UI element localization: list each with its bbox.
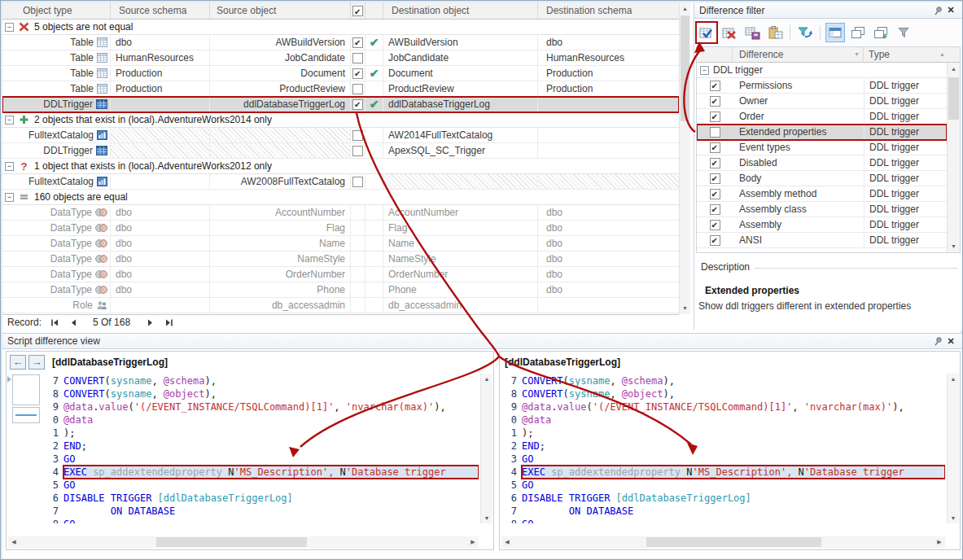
filter-checkbox[interactable] bbox=[710, 173, 720, 184]
sync-checkbox[interactable] bbox=[352, 53, 363, 63]
object-row[interactable]: TableProductionProductReviewProductRevie… bbox=[2, 81, 679, 97]
scroll-up-icon[interactable]: ▲ bbox=[948, 63, 960, 74]
collapse-toggle-icon[interactable]: − bbox=[5, 193, 14, 202]
destination-horizontal-scrollbar[interactable]: ◀ ▶ bbox=[501, 536, 945, 548]
filter-checkbox[interactable] bbox=[710, 158, 720, 168]
sync-checkbox[interactable] bbox=[352, 99, 363, 110]
filter-row[interactable]: Assembly methodDDL trigger bbox=[697, 186, 947, 202]
scroll-thumb[interactable] bbox=[646, 537, 821, 547]
sync-checkbox[interactable] bbox=[352, 84, 363, 94]
object-row[interactable]: DataTypedboFlagFlagdbo bbox=[2, 221, 679, 236]
paste-preset-icon[interactable] bbox=[765, 23, 785, 42]
scroll-thumb[interactable] bbox=[948, 77, 959, 120]
save-preset-icon[interactable] bbox=[742, 23, 762, 42]
pin-icon[interactable] bbox=[931, 5, 944, 16]
panel-layout-icon[interactable] bbox=[825, 23, 845, 42]
scroll-left-icon[interactable]: ◀ bbox=[501, 536, 513, 548]
next-difference-button[interactable]: → bbox=[28, 355, 45, 370]
filter-checkbox[interactable] bbox=[710, 189, 720, 199]
filter-checkbox[interactable] bbox=[710, 235, 720, 246]
sync-checkbox[interactable] bbox=[352, 177, 363, 187]
object-row[interactable]: DataTypedboOrderNumberOrderNumberdbo bbox=[2, 267, 679, 282]
filter-checkbox[interactable] bbox=[710, 112, 720, 122]
scroll-down-icon[interactable]: ▼ bbox=[948, 513, 959, 523]
sync-checkbox[interactable] bbox=[352, 146, 363, 156]
filter-checkbox[interactable] bbox=[710, 96, 720, 107]
object-row[interactable]: FulltextCatalogAW2008FullTextCatalog bbox=[2, 174, 679, 190]
filter-row[interactable]: Assembly classDDL trigger bbox=[697, 202, 947, 217]
filter-checkbox[interactable] bbox=[710, 81, 720, 91]
check-all-icon[interactable] bbox=[697, 23, 716, 42]
scroll-up-icon[interactable]: ▲ bbox=[948, 374, 959, 384]
reset-filter-icon[interactable] bbox=[795, 23, 815, 42]
column-header-source-object[interactable]: Source object bbox=[210, 2, 351, 19]
filter-row[interactable]: OrderDDL trigger bbox=[697, 109, 947, 125]
prev-record-button[interactable] bbox=[68, 318, 79, 327]
column-header-source-schema[interactable]: Source schema bbox=[111, 2, 210, 19]
scroll-right-icon[interactable]: ▶ bbox=[934, 536, 945, 548]
difference-filter-scrollbar[interactable]: ▲ ▼ bbox=[947, 63, 960, 252]
group-row[interactable]: −2 objects that exist in (local).Adventu… bbox=[2, 112, 679, 128]
object-row[interactable]: FulltextCatalogAW2014FullTextCatalog bbox=[2, 128, 679, 143]
filter-row[interactable]: AssemblyDDL trigger bbox=[697, 217, 947, 233]
group-row[interactable]: −5 objects are not equal bbox=[2, 20, 679, 35]
filter-row[interactable]: PermissionsDDL trigger bbox=[697, 78, 947, 94]
filter-checkbox[interactable] bbox=[710, 127, 720, 138]
scroll-up-icon[interactable]: ▲ bbox=[481, 374, 492, 384]
collapse-toggle-icon[interactable]: − bbox=[700, 66, 709, 75]
scroll-thumb[interactable] bbox=[681, 15, 689, 121]
group-row[interactable]: −160 objects are equal bbox=[2, 190, 679, 205]
column-header-object-type[interactable]: Object type bbox=[2, 2, 111, 19]
collapse-toggle-icon[interactable]: − bbox=[5, 23, 14, 32]
filter-checkbox[interactable] bbox=[710, 220, 720, 230]
filter-checkbox[interactable] bbox=[710, 204, 720, 215]
collapse-toggle-icon[interactable]: − bbox=[5, 116, 14, 125]
object-row[interactable]: TabledboAWBuildVersion✔AWBuildVersiondbo bbox=[2, 35, 679, 50]
next-record-button[interactable] bbox=[144, 318, 155, 327]
uncheck-all-icon[interactable] bbox=[720, 23, 739, 42]
filter-checkbox-column-header[interactable] bbox=[697, 47, 733, 62]
object-grid-scrollbar[interactable]: ▲ ▼ bbox=[679, 2, 690, 314]
source-vertical-scrollbar[interactable]: ▲ ▼ bbox=[480, 374, 492, 523]
source-horizontal-scrollbar[interactable]: ◀ ▶ bbox=[8, 536, 479, 548]
scroll-left-icon[interactable]: ◀ bbox=[8, 536, 20, 548]
object-row[interactable]: DataTypedboAccountNumberAccountNumberdbo bbox=[2, 205, 679, 221]
destination-vertical-scrollbar[interactable]: ▲ ▼ bbox=[947, 374, 959, 523]
sync-checkbox[interactable] bbox=[352, 130, 363, 141]
column-header-difference[interactable]: Difference▼ bbox=[733, 47, 864, 62]
object-row[interactable]: TableHumanResourcesJobCandidateJobCandid… bbox=[2, 50, 679, 66]
group-row[interactable]: −?1 object that exists in (local).Advent… bbox=[2, 159, 679, 174]
object-row[interactable]: DDLTriggerApexSQL_SC_Trigger bbox=[2, 143, 679, 159]
sync-checkbox[interactable] bbox=[352, 68, 363, 79]
select-all-checkbox[interactable] bbox=[352, 6, 363, 16]
sync-checkbox[interactable] bbox=[352, 37, 363, 48]
object-row[interactable]: DataTypedboNameStyleNameStyledbo bbox=[2, 252, 679, 267]
last-record-button[interactable] bbox=[163, 318, 174, 327]
filter-row[interactable]: Event typesDDL trigger bbox=[697, 140, 947, 155]
scroll-down-icon[interactable]: ▼ bbox=[948, 241, 960, 252]
object-row[interactable]: TableProductionDocument✔DocumentProducti… bbox=[2, 66, 679, 81]
pin-icon[interactable] bbox=[931, 335, 944, 347]
column-header-destination-schema[interactable]: Destination schema bbox=[538, 2, 679, 19]
diff-overview-strip[interactable] bbox=[12, 374, 40, 423]
scroll-right-icon[interactable]: ▶ bbox=[467, 536, 479, 548]
collapse-toggle-icon[interactable]: − bbox=[5, 162, 14, 171]
scroll-up-icon[interactable]: ▲ bbox=[680, 3, 690, 14]
add-panel-icon[interactable] bbox=[871, 23, 891, 42]
column-header-destination-object[interactable]: Destination object bbox=[383, 2, 538, 19]
object-row[interactable]: DDLTriggerddlDatabaseTriggerLog✔ddlDatab… bbox=[2, 97, 679, 112]
filter-row[interactable]: BodyDDL trigger bbox=[697, 171, 947, 186]
scroll-down-icon[interactable]: ▼ bbox=[481, 513, 492, 523]
filter-row[interactable]: ANSIDDL trigger bbox=[697, 233, 947, 248]
object-row[interactable]: DataTypedboNameNamedbo bbox=[2, 236, 679, 252]
filter-checkbox[interactable] bbox=[710, 142, 720, 153]
filter-icon[interactable] bbox=[894, 23, 913, 42]
object-row[interactable]: DataTypedboPhonePhonedbo bbox=[2, 282, 679, 298]
previous-difference-button[interactable]: ← bbox=[10, 355, 26, 370]
filter-row[interactable]: OwnerDDL trigger bbox=[697, 94, 947, 109]
destination-code-area[interactable]: 7CONVERT(sysname, @schema),8CONVERT(sysn… bbox=[504, 374, 945, 523]
filter-group-row[interactable]: −DDL trigger bbox=[697, 63, 947, 78]
filter-row[interactable]: Extended propertiesDDL trigger bbox=[697, 125, 947, 140]
scroll-down-icon[interactable]: ▼ bbox=[680, 303, 690, 313]
close-icon[interactable]: ✕ bbox=[944, 335, 957, 347]
